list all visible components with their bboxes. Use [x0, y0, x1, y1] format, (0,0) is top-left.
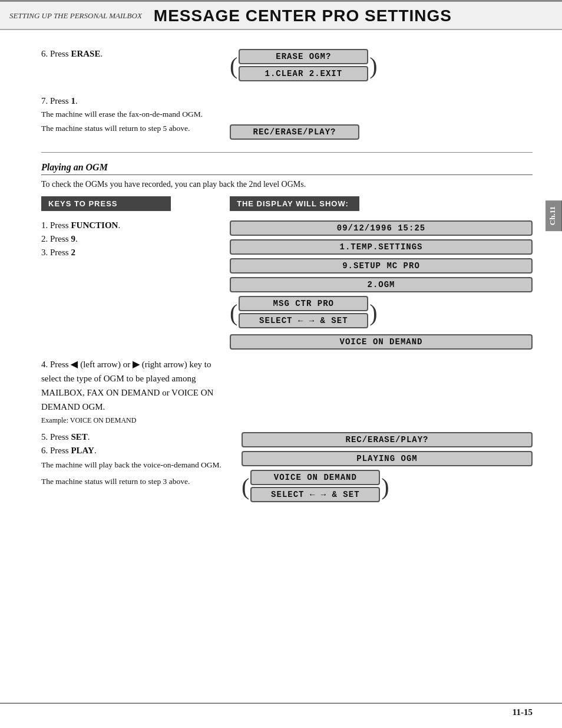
- bottom-displays: REC/ERASE/PLAY? PLAYING OGM ( VOICE ON D…: [242, 432, 533, 506]
- step-6-right: ( ERASE OGM? 1.CLEAR 2.EXIT ): [230, 49, 533, 85]
- playing-ogm-section: Playing an OGM To check the OGMs you hav…: [41, 162, 533, 506]
- step-6-bracket: ( ERASE OGM? 1.CLEAR 2.EXIT ): [230, 49, 378, 83]
- steps-left-col: 1. Press FUNCTION. 2. Press 9. 3. Press …: [41, 220, 230, 261]
- step-1-text: 1. Press: [41, 220, 71, 230]
- display-stack-top: 09/12/1996 15:25 1.TEMP.SETTINGS 9.SETUP…: [230, 220, 533, 351]
- step-7-right: REC/ERASE/PLAY?: [230, 96, 533, 141]
- bottom-bracket-stack: VOICE ON DEMAND SELECT ← → & SET: [250, 470, 380, 504]
- step-6-bold: ERASE: [71, 49, 100, 58]
- lcd-erase-ogm: ERASE OGM?: [239, 49, 368, 64]
- lcd-bottom-rec-erase: REC/ERASE/PLAY?: [242, 432, 533, 447]
- lcd-rec-erase-play: REC/ERASE/PLAY?: [230, 124, 359, 140]
- step-2-end: .: [75, 234, 78, 243]
- step-6-left: 6. Press ERASE.: [41, 49, 230, 61]
- bracket-left-3-icon: (: [242, 475, 249, 499]
- step-1-bold: FUNCTION: [71, 220, 118, 230]
- step-6-block: 6. Press ERASE. ( ERASE OGM? 1.CLEAR 2.E…: [41, 49, 533, 85]
- section-divider: [41, 152, 533, 153]
- step-7-label: 7. Press 1.: [41, 96, 218, 106]
- step-7-block: 7. Press 1. The machine will erase the f…: [41, 96, 533, 141]
- step-2-text: 2. Press: [41, 234, 71, 243]
- header-subtitle: SETTING UP THE PERSONAL MAILBOX: [9, 11, 142, 21]
- lcd-select-set: SELECT ← → & SET: [250, 487, 380, 502]
- lcd-date: 09/12/1996 15:25: [230, 220, 533, 236]
- list-item: 1. Press FUNCTION.: [41, 220, 230, 230]
- bracket-right-icon: ): [369, 54, 377, 78]
- list-item: 6. Press PLAY. The machine will play bac…: [41, 446, 230, 488]
- keys-header: KEYS TO PRESS: [41, 196, 171, 211]
- step-7-sub2: The machine status will return to step 5…: [41, 123, 218, 134]
- list-item: 2. Press 9.: [41, 234, 230, 244]
- two-col-headers: KEYS TO PRESS THE DISPLAY WILL SHOW:: [41, 196, 533, 215]
- page-header: SETTING UP THE PERSONAL MAILBOX MESSAGE …: [0, 0, 562, 30]
- page-footer: 11-15: [0, 703, 562, 717]
- steps-5-6-list: 5. Press SET. 6. Press PLAY. The machine…: [41, 432, 230, 488]
- display-bracket-group: ( MSG CTR PRO SELECT ← → & SET ): [230, 296, 533, 330]
- display-header: THE DISPLAY WILL SHOW:: [230, 196, 359, 211]
- header-title: MESSAGE CENTER PRO SETTINGS: [154, 6, 452, 25]
- step-6-return: The machine status will return to step 3…: [41, 476, 230, 487]
- bracket-left-icon: (: [230, 54, 237, 78]
- bracket-right-3-icon: ): [381, 475, 389, 499]
- playing-ogm-intro: To check the OGMs you have recorded, you…: [41, 180, 533, 189]
- step-6-end: .: [100, 49, 103, 58]
- step-4-row: 4. Press ◀ (left arrow) or ▶ (right arro…: [41, 357, 533, 425]
- list-item: 3. Press 2: [41, 248, 230, 258]
- step-3-bold: 2: [71, 248, 75, 257]
- chapter-tab: Ch.11: [546, 200, 562, 231]
- lcd-voice-on-demand: VOICE ON DEMAND: [250, 470, 380, 485]
- lcd-msg-ctr: MSG CTR PRO: [239, 296, 368, 311]
- step-4-right: [230, 357, 533, 425]
- lcd-2-ogm: 2.OGM: [230, 277, 533, 292]
- lcd-clear-exit: 1.CLEAR 2.EXIT: [239, 66, 368, 81]
- step-5-bold: SET: [71, 432, 87, 442]
- steps-list: 1. Press FUNCTION. 2. Press 9. 3. Press …: [41, 220, 230, 258]
- lcd-setup-mc: 9.SETUP MC PRO: [230, 258, 533, 274]
- bracket-right-2-icon: ): [369, 301, 377, 325]
- bottom-display-stack: REC/ERASE/PLAY? PLAYING OGM ( VOICE ON D…: [242, 432, 533, 506]
- page-number: 11-15: [513, 707, 533, 717]
- lcd-temp-settings: 1.TEMP.SETTINGS: [230, 239, 533, 255]
- step-7-end: .: [75, 96, 78, 106]
- step-6-label: 6. Press ERASE.: [41, 49, 218, 59]
- step-6-play-bold: PLAY: [71, 446, 94, 455]
- display-col: THE DISPLAY WILL SHOW:: [230, 196, 533, 215]
- step-2-bold: 9: [71, 234, 75, 243]
- playing-ogm-heading: Playing an OGM: [41, 162, 533, 175]
- lcd-playing-ogm: PLAYING OGM: [242, 451, 533, 466]
- lcd-voice-demand: VOICE ON DEMAND: [230, 334, 533, 350]
- bottom-section: 5. Press SET. 6. Press PLAY. The machine…: [41, 432, 533, 506]
- step-7-text: 7. Press: [41, 96, 71, 106]
- bracket-displays: MSG CTR PRO SELECT ← → & SET: [239, 296, 368, 330]
- step-7-left: 7. Press 1. The machine will erase the f…: [41, 96, 230, 137]
- step-4-text: 4. Press ◀ (left arrow) or ▶ (right arro…: [41, 357, 230, 414]
- step-7-sub1: The machine will erase the fax-on-de-man…: [41, 108, 218, 120]
- keys-col: KEYS TO PRESS: [41, 196, 230, 215]
- steps-displays-row: 1. Press FUNCTION. 2. Press 9. 3. Press …: [41, 220, 533, 351]
- step-4-left: 4. Press ◀ (left arrow) or ▶ (right arro…: [41, 357, 230, 425]
- step-4-example: Example: VOICE ON DEMAND: [41, 416, 230, 425]
- lcd-select-arrows: SELECT ← → & SET: [239, 313, 368, 328]
- step-3-text: 3. Press: [41, 248, 71, 257]
- list-item: 5. Press SET.: [41, 432, 230, 442]
- display-right-col: 09/12/1996 15:25 1.TEMP.SETTINGS 9.SETUP…: [230, 220, 533, 351]
- step-6-play-detail: The machine will play back the voice-on-…: [41, 459, 230, 471]
- content-area: 6. Press ERASE. ( ERASE OGM? 1.CLEAR 2.E…: [0, 30, 562, 518]
- step-6-displays: ERASE OGM? 1.CLEAR 2.EXIT: [239, 49, 368, 83]
- bottom-bracket-group: ( VOICE ON DEMAND SELECT ← → & SET ): [242, 470, 533, 504]
- steps-5-6: 5. Press SET. 6. Press PLAY. The machine…: [41, 432, 230, 506]
- bracket-left-2-icon: (: [230, 301, 237, 325]
- step-6-text: 6. Press: [41, 49, 71, 58]
- step-7-bold: 1: [71, 96, 75, 106]
- step-1-end: .: [118, 220, 120, 230]
